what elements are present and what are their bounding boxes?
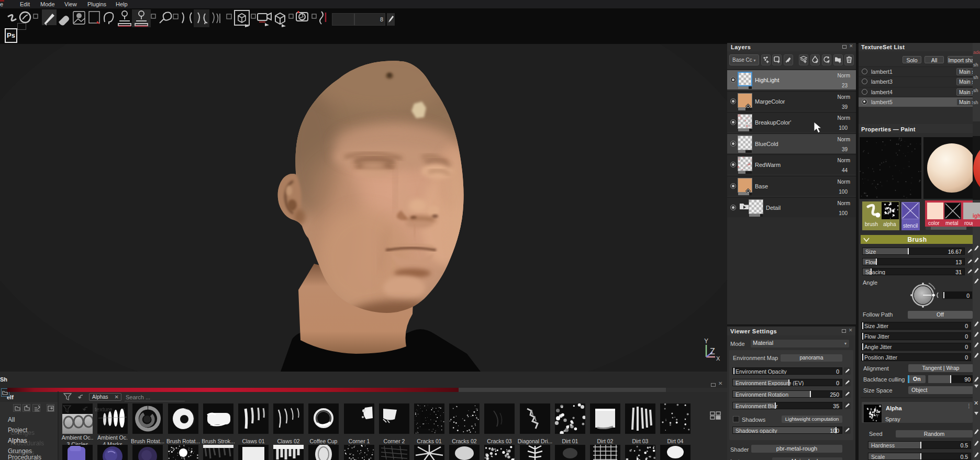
svg-text:texture: texture	[95, 406, 113, 412]
svg-text:X: X	[716, 355, 720, 362]
svg-text:Y: Y	[704, 338, 708, 345]
svg-text:Z: Z	[710, 347, 715, 356]
svg-text:✕: ✕	[121, 407, 125, 412]
